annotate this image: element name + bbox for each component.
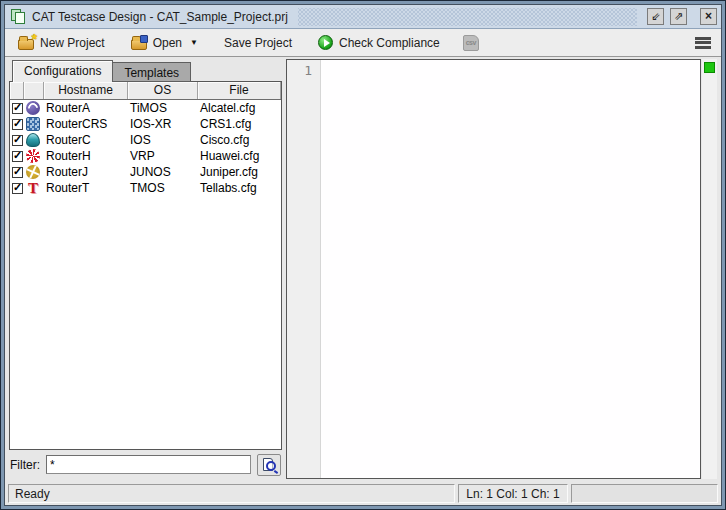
open-folder-icon: [131, 39, 147, 50]
os-cell: VRP: [128, 148, 198, 164]
table-row[interactable]: RouterJJUNOSJuniper.cfg: [10, 164, 281, 180]
left-panel: Configurations Templates Hostname OS Fil…: [9, 59, 282, 479]
filter-search-button[interactable]: [257, 454, 281, 476]
hamburger-menu-icon[interactable]: [695, 37, 711, 49]
header-file[interactable]: File: [198, 82, 281, 99]
header-checkbox-col[interactable]: [10, 82, 24, 99]
maximize-button[interactable]: ⇗: [670, 8, 687, 25]
cisco-logo-icon: [26, 133, 40, 147]
os-cell: IOS: [128, 132, 198, 148]
header-os[interactable]: OS: [128, 82, 198, 99]
file-cell: Huawei.cfg: [198, 148, 281, 164]
cisco-crs-logo-icon: [26, 117, 40, 131]
table-row[interactable]: RouterHVRPHuawei.cfg: [10, 148, 281, 164]
alcatel-logo-icon: [26, 101, 40, 115]
minimize-button[interactable]: ⇙: [647, 8, 664, 25]
row-checkbox[interactable]: [12, 167, 23, 178]
filter-input[interactable]: [46, 455, 251, 474]
checkbox-cell: [10, 148, 24, 164]
app-window: CAT Testcase Design - CAT_Sample_Project…: [0, 0, 726, 510]
checkbox-cell: [10, 116, 24, 132]
chevron-down-icon: ▼: [190, 38, 198, 47]
checkbox-cell: [10, 100, 24, 116]
play-icon: [318, 35, 333, 50]
huawei-logo-icon: [26, 149, 40, 163]
row-checkbox[interactable]: [12, 135, 23, 146]
open-button[interactable]: Open ▼: [128, 34, 201, 52]
status-message: Ready: [8, 484, 455, 503]
vendor-icon-cell: [24, 164, 44, 180]
toolbar: New Project Open ▼ Save Project Check Co…: [5, 29, 721, 57]
file-cell: Juniper.cfg: [198, 164, 281, 180]
table-header: Hostname OS File: [10, 82, 281, 100]
row-checkbox[interactable]: [12, 183, 23, 194]
checkbox-cell: [10, 164, 24, 180]
juniper-logo-icon: [26, 165, 40, 179]
caret-position: Ln: 1 Col: 1 Ch: 1: [458, 484, 568, 503]
vendor-icon-cell: [24, 100, 44, 116]
vendor-icon-cell: [24, 148, 44, 164]
table-row[interactable]: RouterATiMOSAlcatel.cfg: [10, 100, 281, 116]
hostname-cell: RouterJ: [44, 164, 128, 180]
status-marker-green[interactable]: [704, 62, 715, 73]
new-project-button[interactable]: New Project: [15, 34, 108, 52]
hostname-cell: RouterA: [44, 100, 128, 116]
row-checkbox[interactable]: [12, 151, 23, 162]
file-cell: Cisco.cfg: [198, 132, 281, 148]
table-row[interactable]: RouterTTMOSTellabs.cfg: [10, 180, 281, 196]
os-cell: TMOS: [128, 180, 198, 196]
header-hostname[interactable]: Hostname: [44, 82, 128, 99]
app-icon: [11, 9, 26, 24]
tab-bar: Configurations Templates: [9, 59, 282, 82]
progress-bar-placeholder: [571, 484, 718, 503]
filter-label: Filter:: [10, 458, 40, 472]
window-title: CAT Testcase Design - CAT_Sample_Project…: [32, 10, 288, 24]
config-table-body: RouterATiMOSAlcatel.cfgRouterCRSIOS-XRCR…: [10, 100, 281, 196]
vendor-icon-cell: [24, 116, 44, 132]
file-cell: Alcatel.cfg: [198, 100, 281, 116]
tab-configurations[interactable]: Configurations: [12, 60, 113, 82]
title-bar[interactable]: CAT Testcase Design - CAT_Sample_Project…: [5, 5, 721, 29]
row-checkbox[interactable]: [12, 119, 23, 130]
save-project-button[interactable]: Save Project: [221, 34, 295, 52]
checkbox-cell: [10, 132, 24, 148]
file-cell: Tellabs.cfg: [198, 180, 281, 196]
configurations-table: Hostname OS File RouterATiMOSAlcatel.cfg…: [9, 81, 282, 450]
editor-panel: 1: [286, 59, 717, 479]
hostname-cell: RouterC: [44, 132, 128, 148]
check-compliance-button[interactable]: Check Compliance: [315, 33, 443, 52]
vendor-icon-cell: [24, 132, 44, 148]
table-row[interactable]: RouterCIOSCisco.cfg: [10, 132, 281, 148]
os-cell: TiMOS: [128, 100, 198, 116]
tab-templates[interactable]: Templates: [113, 62, 191, 82]
file-cell: CRS1.cfg: [198, 116, 281, 132]
hostname-cell: RouterT: [44, 180, 128, 196]
line-number-gutter: 1: [287, 60, 321, 478]
new-project-icon: [18, 39, 34, 50]
config-editor-textarea[interactable]: [321, 60, 700, 478]
titlebar-texture: [298, 8, 637, 26]
row-checkbox[interactable]: [12, 103, 23, 114]
hostname-cell: RouterH: [44, 148, 128, 164]
checkbox-cell: [10, 180, 24, 196]
main-content: Configurations Templates Hostname OS Fil…: [5, 57, 721, 482]
error-stripe: [702, 59, 717, 479]
tellabs-logo-icon: [26, 181, 40, 195]
os-cell: JUNOS: [128, 164, 198, 180]
export-csv-icon-disabled: csv: [463, 35, 479, 51]
vendor-icon-cell: [24, 180, 44, 196]
close-button[interactable]: ×: [700, 8, 717, 25]
header-icon-col[interactable]: [24, 82, 44, 99]
filter-row: Filter:: [9, 450, 282, 479]
search-document-icon: [263, 458, 273, 471]
hostname-cell: RouterCRS: [44, 116, 128, 132]
status-bar: Ready Ln: 1 Col: 1 Ch: 1: [5, 482, 721, 505]
os-cell: IOS-XR: [128, 116, 198, 132]
table-row[interactable]: RouterCRSIOS-XRCRS1.cfg: [10, 116, 281, 132]
